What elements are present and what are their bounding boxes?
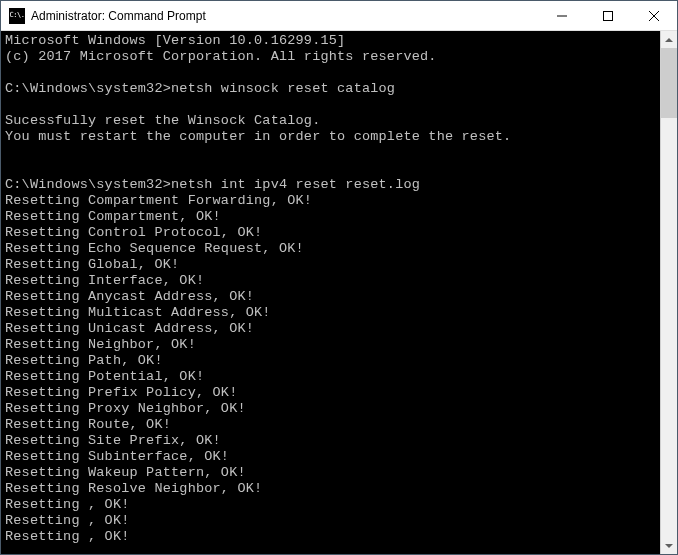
terminal-line: Resetting Subinterface, OK!: [5, 449, 656, 465]
terminal-line: C:\Windows\system32>netsh winsock reset …: [5, 81, 656, 97]
scroll-up-button[interactable]: [661, 31, 677, 48]
terminal-output[interactable]: Microsoft Windows [Version 10.0.16299.15…: [1, 31, 660, 554]
terminal-line: Resetting Control Protocol, OK!: [5, 225, 656, 241]
terminal-line: Resetting Site Prefix, OK!: [5, 433, 656, 449]
close-button[interactable]: [631, 1, 677, 30]
terminal-line: Resetting Wakeup Pattern, OK!: [5, 465, 656, 481]
terminal-line: Resetting Unicast Address, OK!: [5, 321, 656, 337]
terminal-line: Resetting , OK!: [5, 497, 656, 513]
scrollbar-thumb[interactable]: [661, 48, 677, 118]
svg-rect-1: [604, 11, 613, 20]
terminal-line: Resetting Route, OK!: [5, 417, 656, 433]
terminal-line: Resetting Proxy Neighbor, OK!: [5, 401, 656, 417]
chevron-down-icon: [665, 542, 673, 550]
cmd-icon: C:\.: [9, 8, 25, 24]
chevron-up-icon: [665, 36, 673, 44]
terminal-line: (c) 2017 Microsoft Corporation. All righ…: [5, 49, 656, 65]
terminal-line: Resetting Neighbor, OK!: [5, 337, 656, 353]
window-controls: [539, 1, 677, 30]
terminal-line: Resetting , OK!: [5, 529, 656, 545]
minimize-icon: [557, 11, 567, 21]
titlebar: C:\. Administrator: Command Prompt: [1, 1, 677, 31]
terminal-line: Resetting Multicast Address, OK!: [5, 305, 656, 321]
window-title: Administrator: Command Prompt: [31, 9, 539, 23]
terminal-line: Resetting Echo Sequence Request, OK!: [5, 241, 656, 257]
terminal-line: Resetting Potential, OK!: [5, 369, 656, 385]
terminal-line: Resetting Anycast Address, OK!: [5, 289, 656, 305]
minimize-button[interactable]: [539, 1, 585, 30]
terminal-line: Resetting Global, OK!: [5, 257, 656, 273]
terminal-line: Resetting Interface, OK!: [5, 273, 656, 289]
terminal-area: Microsoft Windows [Version 10.0.16299.15…: [1, 31, 677, 554]
scroll-down-button[interactable]: [661, 537, 677, 554]
terminal-line: Resetting Prefix Policy, OK!: [5, 385, 656, 401]
terminal-line: Sucessfully reset the Winsock Catalog.: [5, 113, 656, 129]
terminal-line: Resetting Path, OK!: [5, 353, 656, 369]
close-icon: [649, 11, 659, 21]
terminal-line: [5, 145, 656, 161]
terminal-line: [5, 65, 656, 81]
terminal-line: Resetting Compartment, OK!: [5, 209, 656, 225]
maximize-button[interactable]: [585, 1, 631, 30]
terminal-line: C:\Windows\system32>netsh int ipv4 reset…: [5, 177, 656, 193]
terminal-line: You must restart the computer in order t…: [5, 129, 656, 145]
terminal-line: [5, 161, 656, 177]
terminal-line: Resetting Resolve Neighbor, OK!: [5, 481, 656, 497]
maximize-icon: [603, 11, 613, 21]
scrollbar[interactable]: [660, 31, 677, 554]
terminal-line: [5, 97, 656, 113]
scrollbar-track[interactable]: [661, 48, 677, 537]
terminal-line: Resetting Compartment Forwarding, OK!: [5, 193, 656, 209]
terminal-line: Microsoft Windows [Version 10.0.16299.15…: [5, 33, 656, 49]
terminal-line: Resetting , OK!: [5, 513, 656, 529]
